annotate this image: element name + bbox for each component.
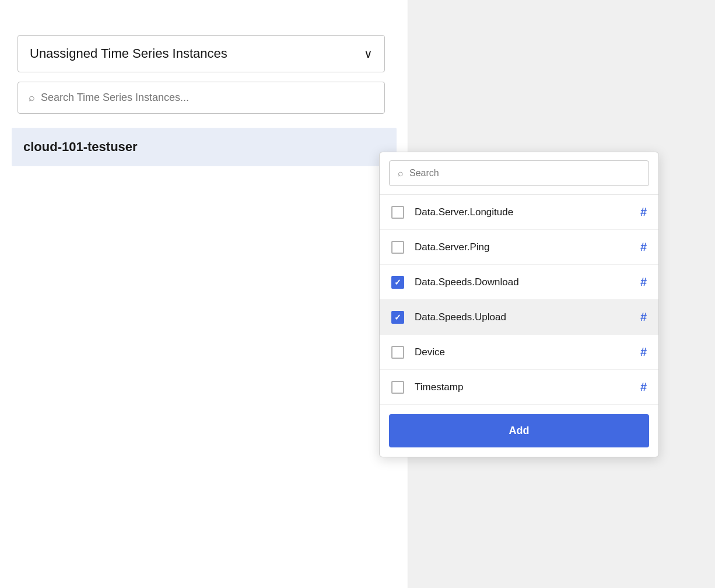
popup-search-icon: ⌕: [398, 168, 404, 178]
popup-items-list: Data.Server.Longitude # Data.Server.Ping…: [380, 195, 658, 405]
checkbox-longitude[interactable]: [391, 206, 404, 219]
variable-picker-popup: ⌕ Data.Server.Longitude # Data.Server.Pi…: [379, 152, 659, 457]
left-panel: Unassigned Time Series Instances ∨ ⌕ clo…: [0, 0, 408, 588]
item-label-ping: Data.Server.Ping: [415, 242, 635, 253]
main-container: Unassigned Time Series Instances ∨ ⌕ clo…: [0, 0, 715, 588]
list-item[interactable]: Data.Server.Ping #: [380, 230, 658, 265]
search-icon: ⌕: [29, 92, 35, 104]
hash-icon-longitude: #: [640, 205, 647, 219]
instance-type-dropdown[interactable]: Unassigned Time Series Instances ∨: [17, 35, 385, 72]
item-label-download: Data.Speeds.Download: [415, 276, 635, 288]
list-item[interactable]: Data.Speeds.Download #: [380, 265, 658, 300]
selected-instance-label: cloud-101-testuser: [23, 139, 138, 154]
list-item[interactable]: Device #: [380, 335, 658, 370]
dropdown-selected-label: Unassigned Time Series Instances: [30, 46, 227, 61]
add-button[interactable]: Add: [389, 414, 649, 447]
hash-icon-device: #: [640, 345, 647, 359]
checkbox-download[interactable]: [391, 276, 404, 289]
selected-instance-item[interactable]: cloud-101-testuser: [12, 128, 397, 166]
list-item[interactable]: Data.Server.Longitude #: [380, 195, 658, 230]
popup-search-container: ⌕: [380, 152, 658, 195]
item-label-device: Device: [415, 346, 635, 358]
checkbox-upload[interactable]: [391, 311, 404, 324]
popup-search-input[interactable]: [409, 168, 640, 178]
item-label-upload: Data.Speeds.Upload: [415, 312, 635, 323]
checkbox-device[interactable]: [391, 346, 404, 359]
hash-icon-timestamp: #: [640, 380, 647, 394]
item-label-longitude: Data.Server.Longitude: [415, 206, 635, 218]
search-input[interactable]: [41, 92, 374, 104]
popup-search-box[interactable]: ⌕: [389, 160, 649, 186]
hash-icon-ping: #: [640, 240, 647, 254]
checkbox-timestamp[interactable]: [391, 381, 404, 394]
instance-search-box[interactable]: ⌕: [17, 82, 385, 114]
list-item[interactable]: Timestamp #: [380, 370, 658, 405]
checkbox-ping[interactable]: [391, 241, 404, 254]
list-item[interactable]: Data.Speeds.Upload #: [380, 300, 658, 335]
item-label-timestamp: Timestamp: [415, 382, 635, 393]
hash-icon-upload: #: [640, 310, 647, 324]
chevron-down-icon: ∨: [364, 47, 373, 61]
hash-icon-download: #: [640, 275, 647, 289]
